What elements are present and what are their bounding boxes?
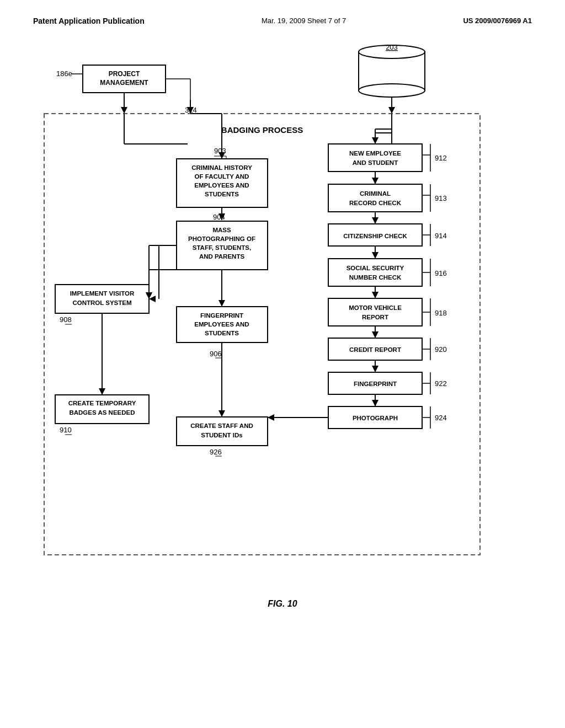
ref-906-label: 906 xyxy=(210,350,222,358)
svg-text:FINGERPRINT: FINGERPRINT xyxy=(200,312,243,319)
page: Patent Application Publication Mar. 19, … xyxy=(0,0,565,728)
svg-text:CONTROL SYSTEM: CONTROL SYSTEM xyxy=(72,299,131,306)
svg-marker-2 xyxy=(121,107,127,114)
svg-text:PHOTOGRAPH: PHOTOGRAPH xyxy=(353,415,398,421)
ref-908-label: 908 xyxy=(60,315,72,324)
ref-912: 912 xyxy=(435,154,447,162)
ref-916: 916 xyxy=(435,269,447,277)
ref-924: 924 xyxy=(435,414,447,422)
svg-text:FINGERPRINT: FINGERPRINT xyxy=(354,381,397,387)
svg-text:NUMBER CHECK: NUMBER CHECK xyxy=(349,274,402,281)
svg-text:CREATE TEMPORARY: CREATE TEMPORARY xyxy=(68,400,136,406)
svg-text:EMPLOYEES AND: EMPLOYEES AND xyxy=(194,182,249,189)
ref-926-label: 926 xyxy=(210,448,222,456)
patent-diagram-svg: 186e PROJECT MANAGEMENT 314 xyxy=(22,42,497,582)
ref-914: 914 xyxy=(435,232,447,240)
ref-913: 913 xyxy=(435,194,447,202)
svg-text:MOTOR VEHICLE: MOTOR VEHICLE xyxy=(349,304,402,311)
new-employee-student-box xyxy=(328,144,422,172)
ref-904-label: 904 xyxy=(213,213,225,221)
svg-text:CREATE STAFF AND: CREATE STAFF AND xyxy=(190,422,253,429)
criminal-record-check-box xyxy=(328,184,422,212)
svg-text:OF FACULTY AND: OF FACULTY AND xyxy=(195,173,249,180)
svg-text:STUDENT IDs: STUDENT IDs xyxy=(201,432,242,438)
create-staff-ids-box xyxy=(177,417,268,446)
ref-920: 920 xyxy=(435,345,447,354)
svg-text:MASS: MASS xyxy=(212,227,231,233)
svg-text:AND STUDENT: AND STUDENT xyxy=(353,159,398,166)
svg-text:STUDENTS: STUDENTS xyxy=(205,191,239,197)
social-security-check-box xyxy=(328,259,422,286)
ref-910-label: 910 xyxy=(60,426,72,434)
svg-text:NEW EMPLOYEE: NEW EMPLOYEE xyxy=(349,150,401,157)
figure-caption: FIG. 10 xyxy=(22,599,543,609)
svg-text:CRIMINAL: CRIMINAL xyxy=(360,190,391,197)
svg-text:SOCIAL SECURITY: SOCIAL SECURITY xyxy=(347,265,404,271)
motor-vehicle-report-box xyxy=(328,298,422,326)
badging-process-title: BADGING PROCESS xyxy=(221,125,303,135)
ref-918: 918 xyxy=(435,309,447,317)
svg-text:AND PARENTS: AND PARENTS xyxy=(199,253,245,260)
svg-text:REPORT: REPORT xyxy=(362,314,388,320)
header-publication-label: Patent Application Publication xyxy=(33,17,145,25)
header-date-sheet: Mar. 19, 2009 Sheet 7 of 7 xyxy=(262,17,346,25)
proj-mgmt-line1: PROJECT xyxy=(109,70,140,78)
svg-text:CREDIT REPORT: CREDIT REPORT xyxy=(349,346,401,353)
svg-marker-11 xyxy=(388,107,395,114)
ref-922: 922 xyxy=(435,379,447,388)
svg-text:RECORD CHECK: RECORD CHECK xyxy=(349,200,402,206)
svg-text:EMPLOYEES AND: EMPLOYEES AND xyxy=(194,321,249,328)
ref-203-label: 203 xyxy=(386,43,398,51)
svg-point-9 xyxy=(359,84,425,97)
implement-visitor-box xyxy=(55,285,149,313)
header-patent-number: US 2009/0076969 A1 xyxy=(463,17,532,25)
header: Patent Application Publication Mar. 19, … xyxy=(22,11,543,36)
svg-text:STUDENTS: STUDENTS xyxy=(205,330,239,336)
svg-text:STAFF, STUDENTS,: STAFF, STUDENTS, xyxy=(193,244,251,251)
proj-mgmt-line2: MANAGEMENT xyxy=(100,79,148,87)
ref-186e-label: 186e xyxy=(56,69,72,78)
svg-text:CITIZENSHIP CHECK: CITIZENSHIP CHECK xyxy=(343,233,407,239)
svg-text:BADGES AS NEEDED: BADGES AS NEEDED xyxy=(69,409,135,416)
svg-text:CRIMINAL HISTORY: CRIMINAL HISTORY xyxy=(191,164,252,171)
svg-text:IMPLEMENT VISITOR: IMPLEMENT VISITOR xyxy=(70,290,135,297)
diagram-container: 186e PROJECT MANAGEMENT 314 xyxy=(22,42,497,582)
svg-text:PHOTOGRAPHING OF: PHOTOGRAPHING OF xyxy=(188,235,255,242)
